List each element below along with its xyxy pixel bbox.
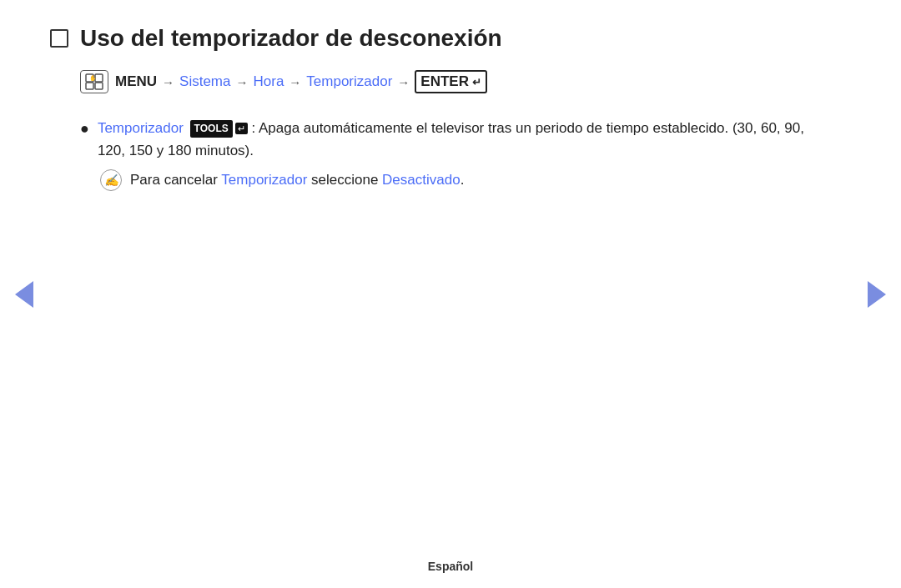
tools-badge: TOOLS <box>190 120 233 138</box>
note-temporizador-link: Temporizador <box>221 172 307 188</box>
title-row: Uso del temporizador de desconexión <box>50 25 834 52</box>
note-prefix: Para cancelar <box>130 172 221 188</box>
checkbox-icon <box>50 29 68 48</box>
note-row: ✍ Para cancelar Temporizador seleccione … <box>100 168 834 191</box>
nav-row: ✋ MENU → Sistema → Hora → Temporizador →… <box>80 70 834 93</box>
svg-rect-2 <box>86 83 93 89</box>
main-content: Uso del temporizador de desconexión ✋ ME… <box>0 0 901 192</box>
svg-text:✋: ✋ <box>89 74 97 82</box>
bullet-section: ● Temporizador TOOLS↵ : Apaga automática… <box>80 117 834 192</box>
nav-arrow-2: → <box>235 75 248 89</box>
temporizador-link: Temporizador <box>98 120 184 136</box>
footer-language: Español <box>428 560 473 573</box>
tools-icon: ↵ <box>235 123 248 134</box>
nav-arrow-4: → <box>397 75 410 89</box>
nav-sistema: Sistema <box>179 73 230 90</box>
nav-arrow-1: → <box>162 75 174 89</box>
page-title: Uso del temporizador de desconexión <box>80 25 502 52</box>
note-icon: ✍ <box>100 169 122 191</box>
nav-hora: Hora <box>253 73 284 90</box>
nav-prev-button[interactable] <box>15 281 33 308</box>
nav-arrow-3: → <box>289 75 301 89</box>
note-suffix: . <box>461 172 465 188</box>
bullet-row: ● Temporizador TOOLS↵ : Apaga automática… <box>80 117 834 162</box>
note-desactivado-link: Desactivado <box>382 172 461 188</box>
bullet-dot: ● <box>80 118 89 140</box>
menu-label: MENU <box>115 73 157 90</box>
nav-next-button[interactable] <box>868 281 886 308</box>
svg-rect-3 <box>95 83 103 89</box>
enter-label: ENTER <box>420 73 469 90</box>
enter-button: ENTER↵ <box>415 70 487 93</box>
menu-icon: ✋ <box>80 70 108 93</box>
note-middle: seleccione <box>307 172 382 188</box>
note-text: Para cancelar Temporizador seleccione De… <box>130 168 464 191</box>
enter-symbol: ↵ <box>472 76 481 88</box>
nav-temporizador: Temporizador <box>306 73 392 90</box>
bullet-text: Temporizador TOOLS↵ : Apaga automáticame… <box>98 117 834 162</box>
